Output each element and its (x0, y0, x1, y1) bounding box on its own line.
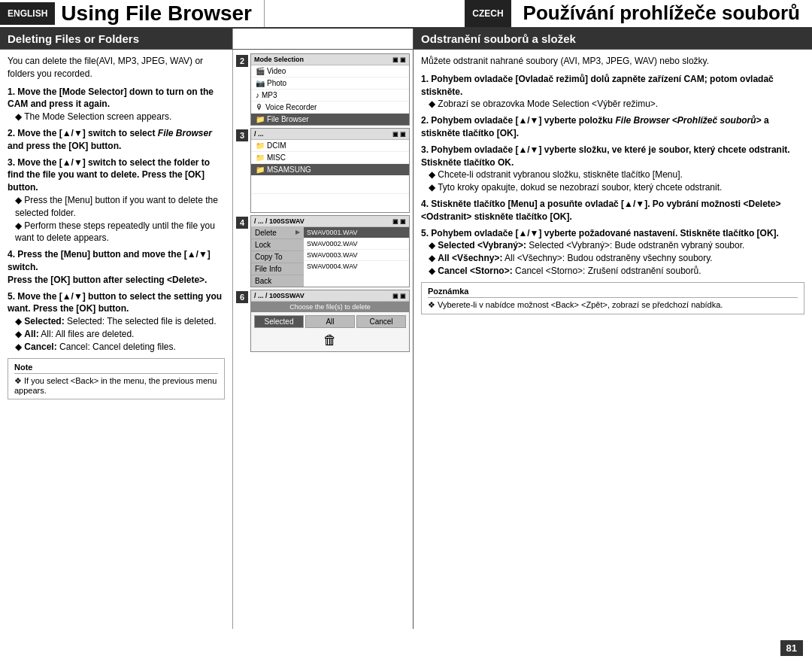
note-text: ❖ If you select <Back> in the menu, the … (14, 376, 218, 395)
poznamka-text: ❖ Vyberete-li v nabídce možnost <Back> <… (428, 300, 798, 310)
en-step-1-bullet-1: ◆ The Mode Selection screen appears. (15, 111, 225, 123)
en-step-5-bullet-3: ◆ Cancel: Cancel: Cancel deleting files. (15, 341, 225, 354)
title-en: Using File Browser (55, 0, 265, 27)
cz-step-5-bullet-3: ◆ Cancel <Storno>: Cancel <Storno>: Zruš… (429, 265, 804, 278)
screen-3-block: 3 / ... ▣ ▣ 📁DCIM 📁MISC 📁MSAMSUNG (236, 128, 410, 213)
cz-step-1: 1. Pohybem ovladače [Ovladač režimů] dol… (421, 73, 804, 99)
option-selected: Selected (254, 315, 304, 328)
en-step-3: 3. Move the [▲/▼] switch to select the f… (8, 156, 225, 194)
cz-step-3-bullet-1: ◆ Chcete-li odstranit vybranou složku, s… (429, 169, 804, 181)
cz-step-5: 5. Pohybem ovladače [▲/▼] vyberte požado… (421, 227, 804, 240)
screen3-title: / ... (254, 130, 264, 138)
en-step-5-bullet-1: ◆ Selected: Selected: The selected file … (15, 315, 225, 328)
en-intro: You can delete the file(AVI, MP3, JPEG, … (8, 55, 225, 80)
cz-step-5-bullet-1: ◆ Selected <Vybraný>: Selected <Vybraný>… (429, 239, 804, 252)
cz-intro: Můžete odstranit nahrané soubory (AVI, M… (421, 55, 804, 68)
step-num-2: 2 (236, 55, 248, 67)
cz-step-3: 3. Pohybem ovladače [▲/▼] vyberte složku… (421, 144, 804, 169)
screen-2-block: 2 Mode Selection ▣ ▣ 🎬Video 📷Photo ♪MP3 … (236, 53, 410, 126)
cz-step-5-bullet-2: ◆ All <Všechny>: All <Všechny>: Budou od… (429, 252, 804, 265)
en-step-2: 2. Move the [▲/▼] switch to select File … (8, 127, 225, 153)
screen-6-block: 6 / ... / 100SSWAV ▣ ▣ Choose the file(s… (236, 290, 410, 352)
step-num-6: 6 (236, 291, 248, 303)
poznamka-box: Poznámka ❖ Vyberete-li v nabídce možnost… (421, 282, 804, 314)
note-box: Note ❖ If you select <Back> in the menu,… (8, 358, 225, 399)
msamsung-label: MSAMSUNG (267, 166, 311, 174)
option-cancel: Cancel (356, 315, 406, 328)
screen6-title: / ... / 100SSWAV (254, 292, 304, 299)
screen-4-block: 4 / ... / 100SSWAV ▣ ▣ Delete▶ Lock (236, 215, 410, 287)
step-num-4: 4 (236, 217, 248, 229)
screen4-title: / ... / 100SSWAV (254, 217, 304, 225)
en-step-4: 4. Press the [Menu] button and move the … (8, 248, 225, 286)
choose-bar: Choose the file(s) to delete (251, 302, 409, 312)
section-heading-cz: Odstranění souborů a složek (414, 29, 812, 49)
cz-step-1-bullet-1: ◆ Zobrazí se obrazovka Mode Selection <V… (429, 98, 804, 111)
lang-badge-cz: CZECH (465, 0, 511, 27)
title-cz: Používání prohlížeče souborů (511, 0, 812, 27)
cz-step-4: 4. Stiskněte tlačítko [Menu] a posuňte o… (421, 198, 804, 223)
cz-step-3-bullet-2: ◆ Tyto kroky opakujte, dokud se nezobraz… (429, 181, 804, 194)
en-step-1: 1. Move the [Mode Selector] down to turn… (8, 86, 225, 111)
file-browser-label: File Browser (267, 115, 309, 123)
screen2-title: Mode Selection (254, 56, 304, 63)
en-step-3-bullet-2: ◆ Perform these steps repeatedly until t… (15, 220, 225, 245)
right-column: Můžete odstranit nahrané soubory (AVI, M… (414, 50, 812, 629)
en-step-5-bullet-2: ◆ All: All: All files are deleted. (15, 328, 225, 341)
step-num-3: 3 (236, 129, 248, 141)
en-step-5: 5. Move the [▲/▼] button to select the s… (8, 290, 225, 316)
left-column: You can delete the file(AVI, MP3, JPEG, … (0, 50, 233, 629)
section-heading-en: Deleting Files or Folders (0, 29, 233, 49)
page-number: 81 (780, 640, 803, 656)
lang-badge-en: ENGLISH (0, 2, 55, 25)
cz-step-2: 2. Pohybem ovladače [▲/▼] vyberte položk… (421, 114, 804, 140)
en-step-3-bullet-1: ◆ Press the [Menu] button if you want to… (15, 194, 225, 220)
option-all: All (305, 315, 355, 328)
center-screens: 2 Mode Selection ▣ ▣ 🎬Video 📷Photo ♪MP3 … (233, 50, 414, 629)
